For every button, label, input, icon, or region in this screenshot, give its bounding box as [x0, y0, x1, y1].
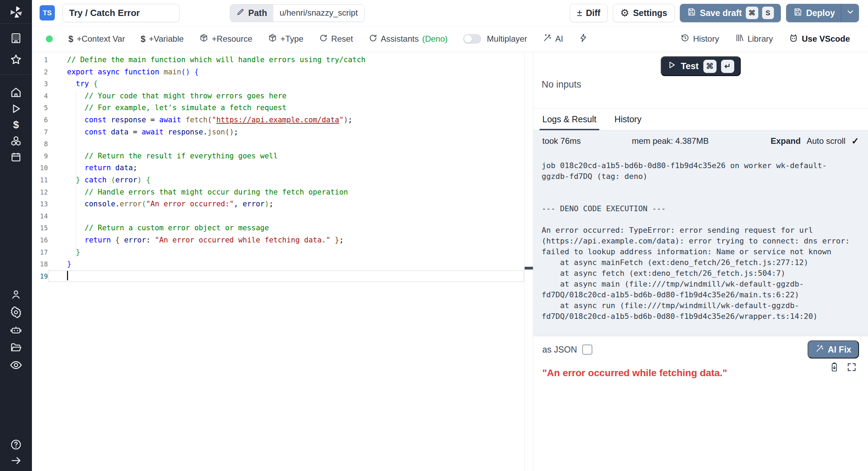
- line-number: 14: [32, 210, 48, 222]
- code-line-19[interactable]: 19: [32, 270, 524, 282]
- code-line-13[interactable]: 13 console.error("An error occurred:", e…: [32, 198, 524, 210]
- no-inputs-text: No inputs: [542, 79, 581, 90]
- refresh-icon: [319, 34, 328, 44]
- tab-history[interactable]: History: [615, 109, 642, 130]
- user-icon[interactable]: [10, 289, 22, 300]
- log-text: job 018c20cd-a1b5-bd6b-0d80-f1b9d4c35e26…: [542, 160, 860, 322]
- line-number: 15: [32, 222, 48, 234]
- result-section: as JSON AI Fix: [533, 336, 868, 471]
- pencil-icon: [236, 8, 244, 18]
- expand-result-icon[interactable]: [846, 362, 857, 374]
- trigger-lightning-button[interactable]: [579, 33, 588, 44]
- multiplayer-toggle[interactable]: [463, 34, 481, 44]
- history-clock-icon: [681, 33, 690, 44]
- line-number: 12: [32, 186, 48, 198]
- code-line-10[interactable]: 10 return data;: [32, 162, 524, 174]
- settings-button[interactable]: ⚙ Settings: [613, 4, 675, 22]
- result-tabs: Logs & Result History: [533, 109, 868, 130]
- ai-label: AI: [555, 34, 563, 44]
- code-line-5[interactable]: 5 // For example, let's simulate a fetch…: [32, 102, 524, 114]
- deploy-button[interactable]: Deploy: [786, 4, 859, 22]
- code-line-17[interactable]: 17 }: [32, 246, 524, 258]
- runs-play-icon[interactable]: [10, 103, 22, 115]
- deploy-button-divider: [841, 4, 841, 22]
- editor-toolbar: $ +Context Var $ +Variable +Resource: [32, 26, 868, 52]
- run-controls-section: Test ⌘ ↵ No inputs: [533, 52, 868, 109]
- play-icon: [667, 60, 676, 72]
- variables-dollar-icon[interactable]: $: [13, 119, 19, 130]
- code-line-6[interactable]: 6 const response = await fetch("https://…: [32, 114, 524, 126]
- code-line-1[interactable]: 1// Define the main function which will …: [32, 54, 524, 66]
- script-title-input[interactable]: Try / Catch Error: [62, 4, 180, 22]
- run-status-row: took 76ms mem peak: 4.387MB Expand Auto …: [533, 130, 868, 152]
- code-line-11[interactable]: 11 } catch (error) {: [32, 174, 524, 186]
- history-label: History: [693, 34, 719, 44]
- add-variable-button[interactable]: $ +Variable: [141, 34, 184, 44]
- package-icon: [199, 33, 208, 44]
- schedules-calendar-icon[interactable]: [10, 151, 22, 163]
- log-output-area[interactable]: job 018c20cd-a1b5-bd6b-0d80-f1b9d4c35e26…: [533, 152, 868, 336]
- code-line-15[interactable]: 15 // Return a custom error object or me…: [32, 222, 524, 234]
- reset-button[interactable]: Reset: [319, 34, 353, 44]
- code-line-9[interactable]: 9 // Return the result if everything goe…: [32, 150, 524, 162]
- code-line-7[interactable]: 7 const data = await response.json();: [32, 126, 524, 138]
- chevron-down-icon[interactable]: [846, 7, 855, 18]
- gear-icon: ⚙: [620, 8, 629, 18]
- add-type-button[interactable]: +Type: [268, 33, 303, 44]
- ai-button[interactable]: AI: [543, 33, 563, 44]
- code-line-3[interactable]: 3 try {: [32, 78, 524, 90]
- code-line-4[interactable]: 4 // Your code that might throw errors g…: [32, 90, 524, 102]
- enter-key-badge: ↵: [721, 60, 734, 73]
- code-line-2[interactable]: 2export async function main() {: [32, 66, 524, 78]
- save-icon: [687, 7, 696, 19]
- settings-gear-icon[interactable]: [10, 306, 22, 319]
- use-vscode-button[interactable]: Use VScode: [789, 33, 850, 45]
- test-button[interactable]: Test ⌘ ↵: [661, 56, 741, 76]
- checkmark-icon[interactable]: ✓: [851, 136, 859, 147]
- path-control[interactable]: Path u/henri/snazzy_script: [230, 4, 365, 22]
- windmill-logo-icon[interactable]: [8, 4, 24, 20]
- favorites-star-icon[interactable]: [9, 53, 23, 66]
- ai-fix-button[interactable]: AI Fix: [808, 340, 859, 358]
- resources-cubes-icon[interactable]: [10, 135, 22, 147]
- cmd-key-badge: ⌘: [703, 60, 716, 73]
- code-line-8[interactable]: 8: [32, 138, 524, 150]
- tab-logs-and-result[interactable]: Logs & Result: [542, 109, 596, 130]
- assistants-button[interactable]: Assistants (Deno): [369, 34, 448, 44]
- path-value[interactable]: u/henri/snazzy_script: [273, 5, 364, 22]
- save-draft-button[interactable]: Save draft ⌘ S: [680, 4, 781, 22]
- path-label-segment[interactable]: Path: [230, 5, 273, 22]
- autoscroll-label[interactable]: Auto scroll: [807, 136, 845, 146]
- sidebar-divider: [0, 23, 32, 24]
- code-line-12[interactable]: 12 // Handle errors that might occur dur…: [32, 186, 524, 198]
- code-editor[interactable]: 1// Define the main function which will …: [32, 52, 524, 471]
- workers-robot-icon[interactable]: [10, 324, 22, 337]
- line-number: 13: [32, 198, 48, 210]
- settings-label: Settings: [633, 8, 667, 18]
- folders-icon[interactable]: [10, 341, 22, 354]
- expand-logs-button[interactable]: Expand: [770, 136, 801, 146]
- library-button[interactable]: Library: [735, 33, 773, 44]
- home-icon[interactable]: [10, 86, 22, 99]
- assistants-label: Assistants: [381, 34, 419, 44]
- diff-button[interactable]: ± Diff: [570, 4, 608, 22]
- code-line-14[interactable]: 14: [32, 210, 524, 222]
- help-icon[interactable]: [10, 438, 22, 451]
- editor-overview-ruler[interactable]: [524, 52, 533, 471]
- add-context-var-button[interactable]: $ +Context Var: [68, 34, 125, 44]
- code-line-16[interactable]: 16 return { error: "An error occurred wh…: [32, 234, 524, 246]
- code-line-18[interactable]: 18}: [32, 258, 524, 270]
- expand-sidebar-arrow-icon[interactable]: [10, 455, 22, 466]
- multiplayer-control: Multiplayer: [463, 34, 527, 44]
- add-resource-button[interactable]: +Resource: [199, 33, 252, 44]
- typescript-badge: TS: [40, 5, 55, 20]
- workspace-icon[interactable]: [10, 32, 22, 44]
- history-button[interactable]: History: [681, 33, 719, 44]
- copy-result-icon[interactable]: [829, 362, 840, 374]
- add-variable-label: +Variable: [149, 34, 184, 44]
- lightning-icon: [579, 33, 588, 44]
- as-json-checkbox[interactable]: [582, 345, 592, 355]
- line-number: 6: [32, 114, 48, 126]
- line-number: 8: [32, 138, 48, 150]
- audit-logs-eye-icon[interactable]: [9, 358, 23, 372]
